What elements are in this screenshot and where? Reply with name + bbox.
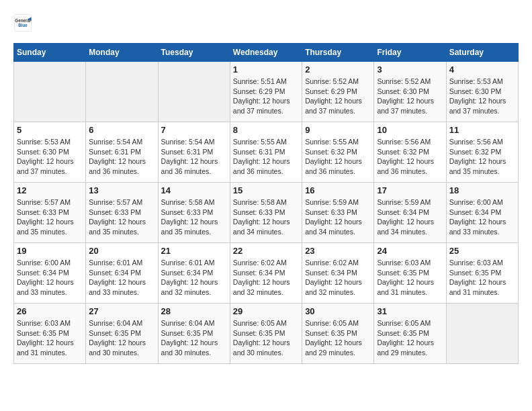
day-info: Sunrise: 5:59 AMSunset: 6:33 PMDaylight:… — [305, 197, 371, 237]
calendar-cell: 15Sunrise: 5:58 AMSunset: 6:33 PMDayligh… — [230, 183, 302, 243]
week-row-1: 1Sunrise: 5:51 AMSunset: 6:29 PMDaylight… — [14, 62, 519, 122]
day-number: 30 — [305, 306, 371, 316]
day-info: Sunrise: 6:05 AMSunset: 6:35 PMDaylight:… — [305, 318, 371, 358]
day-info: Sunrise: 6:00 AMSunset: 6:34 PMDaylight:… — [17, 258, 83, 298]
weekday-header-tuesday: Tuesday — [158, 44, 230, 62]
day-number: 12 — [17, 185, 83, 195]
calendar-cell: 14Sunrise: 5:58 AMSunset: 6:33 PMDayligh… — [158, 183, 230, 243]
day-number: 25 — [449, 246, 515, 256]
calendar-cell — [158, 62, 230, 122]
day-number: 18 — [449, 185, 515, 195]
calendar-cell: 16Sunrise: 5:59 AMSunset: 6:33 PMDayligh… — [302, 183, 374, 243]
calendar-cell: 9Sunrise: 5:55 AMSunset: 6:32 PMDaylight… — [302, 122, 374, 183]
svg-text:General: General — [15, 18, 31, 23]
day-info: Sunrise: 5:54 AMSunset: 6:31 PMDaylight:… — [89, 137, 154, 177]
day-number: 6 — [89, 125, 154, 135]
day-number: 31 — [377, 306, 443, 316]
day-number: 3 — [377, 64, 443, 75]
calendar-cell — [14, 62, 86, 122]
day-number: 2 — [305, 64, 371, 75]
day-number: 26 — [17, 306, 83, 316]
day-info: Sunrise: 6:02 AMSunset: 6:34 PMDaylight:… — [305, 258, 371, 298]
calendar-cell: 27Sunrise: 6:04 AMSunset: 6:35 PMDayligh… — [86, 304, 158, 364]
week-row-5: 26Sunrise: 6:03 AMSunset: 6:35 PMDayligh… — [14, 304, 519, 364]
calendar-cell: 8Sunrise: 5:55 AMSunset: 6:31 PMDaylight… — [230, 122, 302, 183]
day-info: Sunrise: 5:55 AMSunset: 6:32 PMDaylight:… — [305, 137, 371, 177]
day-info: Sunrise: 6:03 AMSunset: 6:35 PMDaylight:… — [17, 318, 83, 358]
day-number: 4 — [449, 64, 515, 75]
calendar-cell — [446, 304, 518, 364]
calendar-cell: 11Sunrise: 5:56 AMSunset: 6:32 PMDayligh… — [446, 122, 518, 183]
calendar-cell: 6Sunrise: 5:54 AMSunset: 6:31 PMDaylight… — [86, 122, 158, 183]
day-number: 28 — [161, 306, 227, 316]
page-header: General Blue — [13, 13, 519, 32]
calendar-cell: 1Sunrise: 5:51 AMSunset: 6:29 PMDaylight… — [230, 62, 302, 122]
day-number: 16 — [305, 185, 371, 195]
day-number: 20 — [89, 246, 154, 256]
day-info: Sunrise: 6:04 AMSunset: 6:35 PMDaylight:… — [89, 318, 154, 358]
day-number: 10 — [377, 125, 443, 135]
calendar-cell: 17Sunrise: 5:59 AMSunset: 6:34 PMDayligh… — [374, 183, 446, 243]
calendar-cell: 20Sunrise: 6:01 AMSunset: 6:34 PMDayligh… — [86, 243, 158, 304]
day-info: Sunrise: 5:51 AMSunset: 6:29 PMDaylight:… — [233, 77, 299, 116]
day-number: 9 — [305, 125, 371, 135]
day-info: Sunrise: 6:03 AMSunset: 6:35 PMDaylight:… — [449, 258, 515, 298]
calendar-cell: 21Sunrise: 6:01 AMSunset: 6:34 PMDayligh… — [158, 243, 230, 304]
day-info: Sunrise: 5:59 AMSunset: 6:34 PMDaylight:… — [377, 197, 443, 237]
svg-text:Blue: Blue — [18, 23, 28, 28]
day-number: 1 — [233, 64, 299, 75]
day-info: Sunrise: 6:03 AMSunset: 6:35 PMDaylight:… — [377, 258, 443, 298]
day-number: 21 — [161, 246, 227, 256]
calendar-cell: 29Sunrise: 6:05 AMSunset: 6:35 PMDayligh… — [230, 304, 302, 364]
logo: General Blue — [13, 13, 32, 32]
day-info: Sunrise: 5:53 AMSunset: 6:30 PMDaylight:… — [17, 137, 83, 177]
weekday-header-sunday: Sunday — [14, 44, 86, 62]
day-info: Sunrise: 5:58 AMSunset: 6:33 PMDaylight:… — [161, 197, 227, 237]
calendar-cell: 13Sunrise: 5:57 AMSunset: 6:33 PMDayligh… — [86, 183, 158, 243]
day-number: 15 — [233, 185, 299, 195]
day-number: 27 — [89, 306, 154, 316]
week-row-4: 19Sunrise: 6:00 AMSunset: 6:34 PMDayligh… — [14, 243, 519, 304]
day-info: Sunrise: 6:04 AMSunset: 6:35 PMDaylight:… — [161, 318, 227, 358]
day-info: Sunrise: 6:00 AMSunset: 6:34 PMDaylight:… — [449, 197, 515, 237]
day-info: Sunrise: 5:56 AMSunset: 6:32 PMDaylight:… — [377, 137, 443, 177]
day-number: 7 — [161, 125, 227, 135]
day-number: 8 — [233, 125, 299, 135]
day-info: Sunrise: 5:56 AMSunset: 6:32 PMDaylight:… — [449, 137, 515, 177]
day-number: 13 — [89, 185, 154, 195]
day-info: Sunrise: 6:01 AMSunset: 6:34 PMDaylight:… — [161, 258, 227, 298]
calendar-cell — [86, 62, 158, 122]
day-number: 14 — [161, 185, 227, 195]
weekday-header-wednesday: Wednesday — [230, 44, 302, 62]
calendar-cell: 24Sunrise: 6:03 AMSunset: 6:35 PMDayligh… — [374, 243, 446, 304]
weekday-header-thursday: Thursday — [302, 44, 374, 62]
calendar-cell: 5Sunrise: 5:53 AMSunset: 6:30 PMDaylight… — [14, 122, 86, 183]
weekday-header-monday: Monday — [86, 44, 158, 62]
calendar-cell: 19Sunrise: 6:00 AMSunset: 6:34 PMDayligh… — [14, 243, 86, 304]
day-info: Sunrise: 5:57 AMSunset: 6:33 PMDaylight:… — [89, 197, 154, 237]
calendar-cell: 4Sunrise: 5:53 AMSunset: 6:30 PMDaylight… — [446, 62, 518, 122]
calendar-cell: 12Sunrise: 5:57 AMSunset: 6:33 PMDayligh… — [14, 183, 86, 243]
calendar-cell: 25Sunrise: 6:03 AMSunset: 6:35 PMDayligh… — [446, 243, 518, 304]
calendar-cell: 26Sunrise: 6:03 AMSunset: 6:35 PMDayligh… — [14, 304, 86, 364]
day-number: 29 — [233, 306, 299, 316]
day-number: 5 — [17, 125, 83, 135]
calendar-cell: 30Sunrise: 6:05 AMSunset: 6:35 PMDayligh… — [302, 304, 374, 364]
day-info: Sunrise: 5:54 AMSunset: 6:31 PMDaylight:… — [161, 137, 227, 177]
calendar-cell: 7Sunrise: 5:54 AMSunset: 6:31 PMDaylight… — [158, 122, 230, 183]
calendar-cell: 2Sunrise: 5:52 AMSunset: 6:29 PMDaylight… — [302, 62, 374, 122]
weekday-header-row: SundayMondayTuesdayWednesdayThursdayFrid… — [14, 44, 519, 62]
calendar-cell: 28Sunrise: 6:04 AMSunset: 6:35 PMDayligh… — [158, 304, 230, 364]
calendar-cell: 3Sunrise: 5:52 AMSunset: 6:30 PMDaylight… — [374, 62, 446, 122]
calendar-cell: 10Sunrise: 5:56 AMSunset: 6:32 PMDayligh… — [374, 122, 446, 183]
week-row-3: 12Sunrise: 5:57 AMSunset: 6:33 PMDayligh… — [14, 183, 519, 243]
day-info: Sunrise: 5:52 AMSunset: 6:30 PMDaylight:… — [377, 77, 443, 116]
weekday-header-saturday: Saturday — [446, 44, 518, 62]
day-number: 11 — [449, 125, 515, 135]
day-info: Sunrise: 5:55 AMSunset: 6:31 PMDaylight:… — [233, 137, 299, 177]
week-row-2: 5Sunrise: 5:53 AMSunset: 6:30 PMDaylight… — [14, 122, 519, 183]
day-info: Sunrise: 6:02 AMSunset: 6:34 PMDaylight:… — [233, 258, 299, 298]
day-info: Sunrise: 5:52 AMSunset: 6:29 PMDaylight:… — [305, 77, 371, 116]
day-number: 22 — [233, 246, 299, 256]
day-number: 17 — [377, 185, 443, 195]
